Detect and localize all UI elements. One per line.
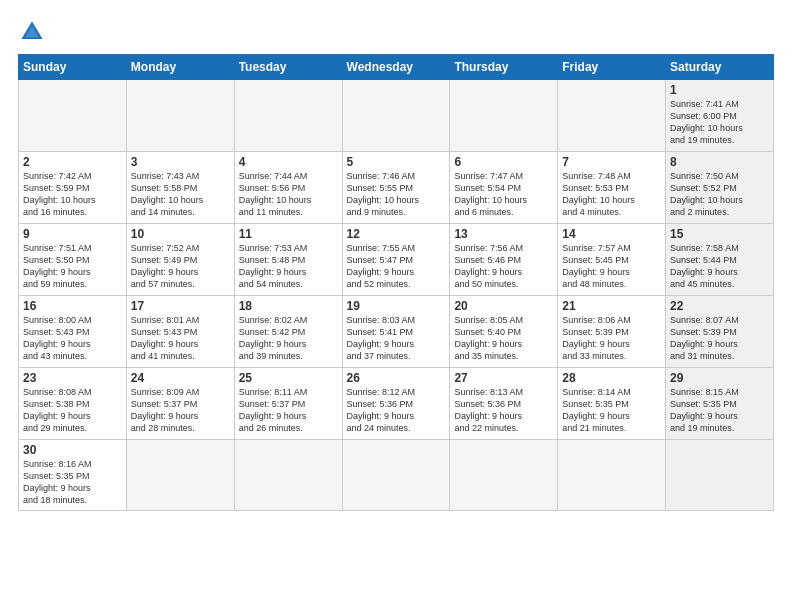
calendar-cell: 1Sunrise: 7:41 AM Sunset: 6:00 PM Daylig… — [666, 80, 774, 152]
calendar-cell: 7Sunrise: 7:48 AM Sunset: 5:53 PM Daylig… — [558, 152, 666, 224]
day-number: 9 — [23, 227, 122, 241]
day-info: Sunrise: 8:02 AM Sunset: 5:42 PM Dayligh… — [239, 314, 338, 363]
day-info: Sunrise: 7:55 AM Sunset: 5:47 PM Dayligh… — [347, 242, 446, 291]
day-info: Sunrise: 7:52 AM Sunset: 5:49 PM Dayligh… — [131, 242, 230, 291]
day-info: Sunrise: 7:46 AM Sunset: 5:55 PM Dayligh… — [347, 170, 446, 219]
calendar-cell: 5Sunrise: 7:46 AM Sunset: 5:55 PM Daylig… — [342, 152, 450, 224]
day-info: Sunrise: 7:51 AM Sunset: 5:50 PM Dayligh… — [23, 242, 122, 291]
day-number: 1 — [670, 83, 769, 97]
calendar-cell — [234, 80, 342, 152]
calendar-cell: 26Sunrise: 8:12 AM Sunset: 5:36 PM Dayli… — [342, 368, 450, 440]
calendar-cell: 14Sunrise: 7:57 AM Sunset: 5:45 PM Dayli… — [558, 224, 666, 296]
day-number: 27 — [454, 371, 553, 385]
weekday-header-wednesday: Wednesday — [342, 55, 450, 80]
day-number: 11 — [239, 227, 338, 241]
week-row-0: 1Sunrise: 7:41 AM Sunset: 6:00 PM Daylig… — [19, 80, 774, 152]
calendar-cell — [342, 80, 450, 152]
day-info: Sunrise: 8:06 AM Sunset: 5:39 PM Dayligh… — [562, 314, 661, 363]
week-row-3: 16Sunrise: 8:00 AM Sunset: 5:43 PM Dayli… — [19, 296, 774, 368]
day-info: Sunrise: 7:58 AM Sunset: 5:44 PM Dayligh… — [670, 242, 769, 291]
week-row-1: 2Sunrise: 7:42 AM Sunset: 5:59 PM Daylig… — [19, 152, 774, 224]
calendar-cell — [126, 80, 234, 152]
day-number: 25 — [239, 371, 338, 385]
day-number: 18 — [239, 299, 338, 313]
day-info: Sunrise: 8:00 AM Sunset: 5:43 PM Dayligh… — [23, 314, 122, 363]
calendar-cell: 9Sunrise: 7:51 AM Sunset: 5:50 PM Daylig… — [19, 224, 127, 296]
day-info: Sunrise: 7:42 AM Sunset: 5:59 PM Dayligh… — [23, 170, 122, 219]
day-number: 12 — [347, 227, 446, 241]
weekday-header-thursday: Thursday — [450, 55, 558, 80]
calendar-cell: 15Sunrise: 7:58 AM Sunset: 5:44 PM Dayli… — [666, 224, 774, 296]
day-number: 24 — [131, 371, 230, 385]
day-info: Sunrise: 8:13 AM Sunset: 5:36 PM Dayligh… — [454, 386, 553, 435]
day-info: Sunrise: 8:15 AM Sunset: 5:35 PM Dayligh… — [670, 386, 769, 435]
week-row-4: 23Sunrise: 8:08 AM Sunset: 5:38 PM Dayli… — [19, 368, 774, 440]
day-number: 14 — [562, 227, 661, 241]
day-info: Sunrise: 8:08 AM Sunset: 5:38 PM Dayligh… — [23, 386, 122, 435]
day-number: 15 — [670, 227, 769, 241]
calendar-cell: 18Sunrise: 8:02 AM Sunset: 5:42 PM Dayli… — [234, 296, 342, 368]
calendar-cell: 24Sunrise: 8:09 AM Sunset: 5:37 PM Dayli… — [126, 368, 234, 440]
weekday-header-friday: Friday — [558, 55, 666, 80]
calendar-cell: 8Sunrise: 7:50 AM Sunset: 5:52 PM Daylig… — [666, 152, 774, 224]
calendar-cell: 30Sunrise: 8:16 AM Sunset: 5:35 PM Dayli… — [19, 440, 127, 511]
calendar-cell: 16Sunrise: 8:00 AM Sunset: 5:43 PM Dayli… — [19, 296, 127, 368]
calendar: SundayMondayTuesdayWednesdayThursdayFrid… — [18, 54, 774, 511]
day-number: 19 — [347, 299, 446, 313]
calendar-cell: 12Sunrise: 7:55 AM Sunset: 5:47 PM Dayli… — [342, 224, 450, 296]
day-info: Sunrise: 8:11 AM Sunset: 5:37 PM Dayligh… — [239, 386, 338, 435]
calendar-cell: 3Sunrise: 7:43 AM Sunset: 5:58 PM Daylig… — [126, 152, 234, 224]
day-number: 10 — [131, 227, 230, 241]
day-number: 26 — [347, 371, 446, 385]
week-row-5: 30Sunrise: 8:16 AM Sunset: 5:35 PM Dayli… — [19, 440, 774, 511]
day-number: 23 — [23, 371, 122, 385]
calendar-cell: 17Sunrise: 8:01 AM Sunset: 5:43 PM Dayli… — [126, 296, 234, 368]
calendar-cell: 20Sunrise: 8:05 AM Sunset: 5:40 PM Dayli… — [450, 296, 558, 368]
day-number: 6 — [454, 155, 553, 169]
calendar-cell: 25Sunrise: 8:11 AM Sunset: 5:37 PM Dayli… — [234, 368, 342, 440]
logo-icon — [18, 18, 46, 46]
day-number: 4 — [239, 155, 338, 169]
calendar-cell: 22Sunrise: 8:07 AM Sunset: 5:39 PM Dayli… — [666, 296, 774, 368]
day-number: 8 — [670, 155, 769, 169]
day-number: 29 — [670, 371, 769, 385]
day-number: 16 — [23, 299, 122, 313]
day-number: 22 — [670, 299, 769, 313]
calendar-cell — [19, 80, 127, 152]
calendar-cell: 13Sunrise: 7:56 AM Sunset: 5:46 PM Dayli… — [450, 224, 558, 296]
header — [18, 18, 774, 46]
day-info: Sunrise: 7:43 AM Sunset: 5:58 PM Dayligh… — [131, 170, 230, 219]
day-info: Sunrise: 8:07 AM Sunset: 5:39 PM Dayligh… — [670, 314, 769, 363]
day-number: 5 — [347, 155, 446, 169]
day-info: Sunrise: 7:57 AM Sunset: 5:45 PM Dayligh… — [562, 242, 661, 291]
logo — [18, 18, 50, 46]
calendar-cell: 28Sunrise: 8:14 AM Sunset: 5:35 PM Dayli… — [558, 368, 666, 440]
calendar-cell — [126, 440, 234, 511]
day-info: Sunrise: 7:44 AM Sunset: 5:56 PM Dayligh… — [239, 170, 338, 219]
day-info: Sunrise: 8:12 AM Sunset: 5:36 PM Dayligh… — [347, 386, 446, 435]
calendar-cell: 21Sunrise: 8:06 AM Sunset: 5:39 PM Dayli… — [558, 296, 666, 368]
calendar-cell: 29Sunrise: 8:15 AM Sunset: 5:35 PM Dayli… — [666, 368, 774, 440]
weekday-header-monday: Monday — [126, 55, 234, 80]
weekday-header-sunday: Sunday — [19, 55, 127, 80]
day-info: Sunrise: 8:16 AM Sunset: 5:35 PM Dayligh… — [23, 458, 122, 507]
day-info: Sunrise: 8:05 AM Sunset: 5:40 PM Dayligh… — [454, 314, 553, 363]
day-info: Sunrise: 7:41 AM Sunset: 6:00 PM Dayligh… — [670, 98, 769, 147]
day-info: Sunrise: 8:09 AM Sunset: 5:37 PM Dayligh… — [131, 386, 230, 435]
weekday-header-row: SundayMondayTuesdayWednesdayThursdayFrid… — [19, 55, 774, 80]
calendar-cell — [450, 80, 558, 152]
day-number: 21 — [562, 299, 661, 313]
calendar-cell: 11Sunrise: 7:53 AM Sunset: 5:48 PM Dayli… — [234, 224, 342, 296]
page: SundayMondayTuesdayWednesdayThursdayFrid… — [0, 0, 792, 521]
day-number: 3 — [131, 155, 230, 169]
day-info: Sunrise: 8:01 AM Sunset: 5:43 PM Dayligh… — [131, 314, 230, 363]
calendar-cell: 19Sunrise: 8:03 AM Sunset: 5:41 PM Dayli… — [342, 296, 450, 368]
day-info: Sunrise: 7:53 AM Sunset: 5:48 PM Dayligh… — [239, 242, 338, 291]
calendar-cell: 6Sunrise: 7:47 AM Sunset: 5:54 PM Daylig… — [450, 152, 558, 224]
calendar-cell — [558, 80, 666, 152]
day-number: 30 — [23, 443, 122, 457]
calendar-cell: 2Sunrise: 7:42 AM Sunset: 5:59 PM Daylig… — [19, 152, 127, 224]
calendar-cell: 4Sunrise: 7:44 AM Sunset: 5:56 PM Daylig… — [234, 152, 342, 224]
week-row-2: 9Sunrise: 7:51 AM Sunset: 5:50 PM Daylig… — [19, 224, 774, 296]
day-info: Sunrise: 7:56 AM Sunset: 5:46 PM Dayligh… — [454, 242, 553, 291]
